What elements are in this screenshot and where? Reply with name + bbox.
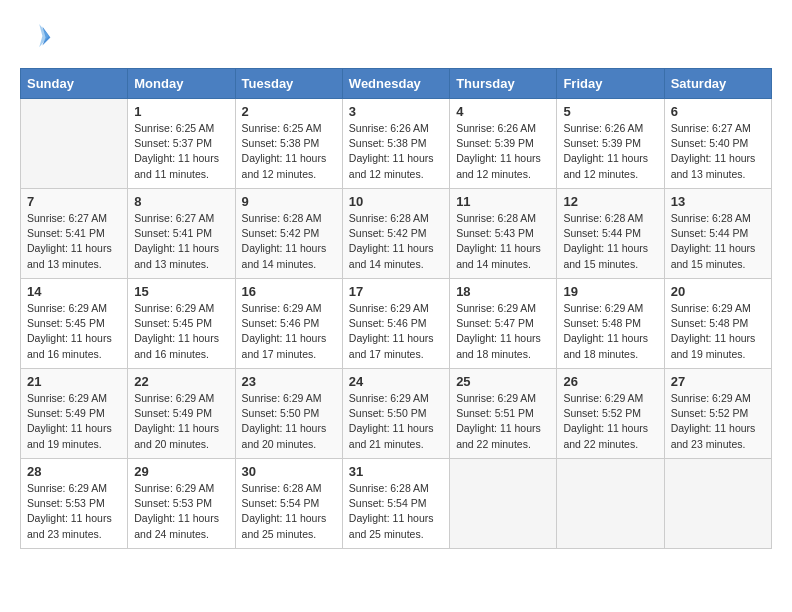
day-number: 17 [349, 284, 443, 299]
day-info: Sunrise: 6:25 AM Sunset: 5:37 PM Dayligh… [134, 121, 228, 182]
day-number: 14 [27, 284, 121, 299]
day-number: 30 [242, 464, 336, 479]
calendar-cell: 31Sunrise: 6:28 AM Sunset: 5:54 PM Dayli… [342, 459, 449, 549]
calendar-cell: 28Sunrise: 6:29 AM Sunset: 5:53 PM Dayli… [21, 459, 128, 549]
day-info: Sunrise: 6:28 AM Sunset: 5:42 PM Dayligh… [242, 211, 336, 272]
day-number: 8 [134, 194, 228, 209]
column-header-monday: Monday [128, 69, 235, 99]
day-number: 19 [563, 284, 657, 299]
day-number: 24 [349, 374, 443, 389]
day-info: Sunrise: 6:26 AM Sunset: 5:39 PM Dayligh… [456, 121, 550, 182]
day-info: Sunrise: 6:29 AM Sunset: 5:48 PM Dayligh… [671, 301, 765, 362]
calendar-cell: 4Sunrise: 6:26 AM Sunset: 5:39 PM Daylig… [450, 99, 557, 189]
day-info: Sunrise: 6:29 AM Sunset: 5:49 PM Dayligh… [27, 391, 121, 452]
calendar-cell: 30Sunrise: 6:28 AM Sunset: 5:54 PM Dayli… [235, 459, 342, 549]
calendar-week-row: 7Sunrise: 6:27 AM Sunset: 5:41 PM Daylig… [21, 189, 772, 279]
calendar-cell [664, 459, 771, 549]
day-info: Sunrise: 6:29 AM Sunset: 5:53 PM Dayligh… [27, 481, 121, 542]
calendar-cell: 7Sunrise: 6:27 AM Sunset: 5:41 PM Daylig… [21, 189, 128, 279]
day-info: Sunrise: 6:28 AM Sunset: 5:44 PM Dayligh… [671, 211, 765, 272]
day-number: 21 [27, 374, 121, 389]
day-number: 26 [563, 374, 657, 389]
day-number: 18 [456, 284, 550, 299]
day-info: Sunrise: 6:27 AM Sunset: 5:41 PM Dayligh… [27, 211, 121, 272]
day-info: Sunrise: 6:29 AM Sunset: 5:48 PM Dayligh… [563, 301, 657, 362]
calendar-cell: 17Sunrise: 6:29 AM Sunset: 5:46 PM Dayli… [342, 279, 449, 369]
day-info: Sunrise: 6:27 AM Sunset: 5:40 PM Dayligh… [671, 121, 765, 182]
day-number: 9 [242, 194, 336, 209]
day-number: 27 [671, 374, 765, 389]
day-info: Sunrise: 6:29 AM Sunset: 5:49 PM Dayligh… [134, 391, 228, 452]
calendar-cell: 2Sunrise: 6:25 AM Sunset: 5:38 PM Daylig… [235, 99, 342, 189]
calendar-cell: 24Sunrise: 6:29 AM Sunset: 5:50 PM Dayli… [342, 369, 449, 459]
day-info: Sunrise: 6:25 AM Sunset: 5:38 PM Dayligh… [242, 121, 336, 182]
day-number: 11 [456, 194, 550, 209]
day-number: 22 [134, 374, 228, 389]
calendar-cell [21, 99, 128, 189]
day-number: 23 [242, 374, 336, 389]
day-info: Sunrise: 6:29 AM Sunset: 5:51 PM Dayligh… [456, 391, 550, 452]
day-number: 5 [563, 104, 657, 119]
day-number: 25 [456, 374, 550, 389]
day-number: 1 [134, 104, 228, 119]
calendar-cell: 29Sunrise: 6:29 AM Sunset: 5:53 PM Dayli… [128, 459, 235, 549]
calendar-cell: 25Sunrise: 6:29 AM Sunset: 5:51 PM Dayli… [450, 369, 557, 459]
day-info: Sunrise: 6:29 AM Sunset: 5:52 PM Dayligh… [563, 391, 657, 452]
day-number: 20 [671, 284, 765, 299]
calendar-cell: 15Sunrise: 6:29 AM Sunset: 5:45 PM Dayli… [128, 279, 235, 369]
calendar-week-row: 28Sunrise: 6:29 AM Sunset: 5:53 PM Dayli… [21, 459, 772, 549]
day-info: Sunrise: 6:29 AM Sunset: 5:52 PM Dayligh… [671, 391, 765, 452]
logo [20, 20, 56, 52]
day-number: 4 [456, 104, 550, 119]
calendar-cell: 6Sunrise: 6:27 AM Sunset: 5:40 PM Daylig… [664, 99, 771, 189]
day-info: Sunrise: 6:28 AM Sunset: 5:54 PM Dayligh… [349, 481, 443, 542]
column-header-thursday: Thursday [450, 69, 557, 99]
day-info: Sunrise: 6:27 AM Sunset: 5:41 PM Dayligh… [134, 211, 228, 272]
calendar-cell: 26Sunrise: 6:29 AM Sunset: 5:52 PM Dayli… [557, 369, 664, 459]
calendar-cell: 19Sunrise: 6:29 AM Sunset: 5:48 PM Dayli… [557, 279, 664, 369]
calendar-cell: 12Sunrise: 6:28 AM Sunset: 5:44 PM Dayli… [557, 189, 664, 279]
day-number: 7 [27, 194, 121, 209]
day-number: 16 [242, 284, 336, 299]
day-number: 2 [242, 104, 336, 119]
calendar-cell: 14Sunrise: 6:29 AM Sunset: 5:45 PM Dayli… [21, 279, 128, 369]
day-info: Sunrise: 6:26 AM Sunset: 5:38 PM Dayligh… [349, 121, 443, 182]
day-info: Sunrise: 6:29 AM Sunset: 5:53 PM Dayligh… [134, 481, 228, 542]
day-info: Sunrise: 6:29 AM Sunset: 5:45 PM Dayligh… [27, 301, 121, 362]
day-number: 15 [134, 284, 228, 299]
page-header [20, 20, 772, 52]
day-info: Sunrise: 6:29 AM Sunset: 5:47 PM Dayligh… [456, 301, 550, 362]
day-info: Sunrise: 6:29 AM Sunset: 5:46 PM Dayligh… [242, 301, 336, 362]
day-number: 10 [349, 194, 443, 209]
calendar-cell: 22Sunrise: 6:29 AM Sunset: 5:49 PM Dayli… [128, 369, 235, 459]
calendar-cell: 1Sunrise: 6:25 AM Sunset: 5:37 PM Daylig… [128, 99, 235, 189]
calendar-cell: 8Sunrise: 6:27 AM Sunset: 5:41 PM Daylig… [128, 189, 235, 279]
day-info: Sunrise: 6:29 AM Sunset: 5:50 PM Dayligh… [242, 391, 336, 452]
calendar-cell: 18Sunrise: 6:29 AM Sunset: 5:47 PM Dayli… [450, 279, 557, 369]
calendar-cell: 13Sunrise: 6:28 AM Sunset: 5:44 PM Dayli… [664, 189, 771, 279]
calendar-body: 1Sunrise: 6:25 AM Sunset: 5:37 PM Daylig… [21, 99, 772, 549]
calendar-cell [557, 459, 664, 549]
calendar-cell: 23Sunrise: 6:29 AM Sunset: 5:50 PM Dayli… [235, 369, 342, 459]
column-header-saturday: Saturday [664, 69, 771, 99]
calendar-header: SundayMondayTuesdayWednesdayThursdayFrid… [21, 69, 772, 99]
day-number: 3 [349, 104, 443, 119]
calendar-cell: 16Sunrise: 6:29 AM Sunset: 5:46 PM Dayli… [235, 279, 342, 369]
day-number: 28 [27, 464, 121, 479]
column-header-friday: Friday [557, 69, 664, 99]
day-number: 29 [134, 464, 228, 479]
calendar-week-row: 14Sunrise: 6:29 AM Sunset: 5:45 PM Dayli… [21, 279, 772, 369]
calendar-cell: 11Sunrise: 6:28 AM Sunset: 5:43 PM Dayli… [450, 189, 557, 279]
logo-icon [20, 20, 52, 52]
day-info: Sunrise: 6:28 AM Sunset: 5:43 PM Dayligh… [456, 211, 550, 272]
calendar-week-row: 21Sunrise: 6:29 AM Sunset: 5:49 PM Dayli… [21, 369, 772, 459]
day-info: Sunrise: 6:26 AM Sunset: 5:39 PM Dayligh… [563, 121, 657, 182]
day-info: Sunrise: 6:28 AM Sunset: 5:42 PM Dayligh… [349, 211, 443, 272]
day-number: 13 [671, 194, 765, 209]
calendar-cell: 3Sunrise: 6:26 AM Sunset: 5:38 PM Daylig… [342, 99, 449, 189]
calendar-cell [450, 459, 557, 549]
column-header-sunday: Sunday [21, 69, 128, 99]
calendar-cell: 21Sunrise: 6:29 AM Sunset: 5:49 PM Dayli… [21, 369, 128, 459]
day-number: 31 [349, 464, 443, 479]
day-info: Sunrise: 6:28 AM Sunset: 5:54 PM Dayligh… [242, 481, 336, 542]
